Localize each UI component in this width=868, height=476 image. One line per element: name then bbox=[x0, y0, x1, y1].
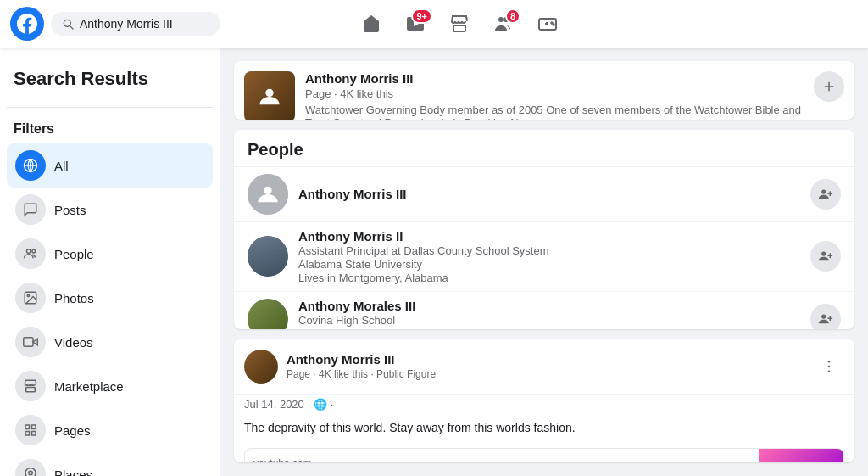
main-layout: Search Results Filters All Posts People bbox=[0, 48, 868, 476]
sidebar: Search Results Filters All Posts People bbox=[0, 48, 220, 476]
sidebar-item-all[interactable]: All bbox=[7, 143, 213, 188]
sidebar-item-label: Videos bbox=[54, 335, 93, 350]
sidebar-item-label: Photos bbox=[54, 291, 94, 305]
svg-point-41 bbox=[828, 365, 831, 367]
svg-point-9 bbox=[553, 24, 554, 25]
sidebar-item-marketplace[interactable]: Marketplace bbox=[7, 364, 213, 408]
person-avatar-2 bbox=[248, 236, 288, 277]
sidebar-item-videos[interactable]: Videos bbox=[7, 320, 213, 364]
post-name: Anthony Morris III bbox=[287, 352, 805, 367]
places-icon bbox=[15, 459, 46, 476]
pages-icon bbox=[15, 415, 46, 445]
page-avatar bbox=[244, 71, 295, 120]
top-nav: Anthony Morris III 9+ 8 bbox=[0, 0, 868, 48]
sidebar-item-label: All bbox=[54, 159, 69, 173]
person-name-1: Anthony Morris III bbox=[298, 187, 800, 201]
svg-marker-17 bbox=[33, 339, 37, 345]
svg-point-8 bbox=[551, 22, 553, 24]
svg-point-14 bbox=[32, 249, 36, 253]
video-nav-button[interactable]: 9+ bbox=[395, 5, 436, 42]
post-content: The depravity of this world. Stay away f… bbox=[234, 414, 854, 441]
page-info: Anthony Morris III Page · 4K like this W… bbox=[305, 71, 804, 120]
svg-point-30 bbox=[264, 187, 271, 194]
gaming-nav-button[interactable] bbox=[527, 5, 568, 42]
post-link-thumb-text: Why Don't MenWear High Heels bbox=[765, 458, 838, 462]
svg-point-20 bbox=[29, 471, 33, 475]
svg-point-3 bbox=[498, 17, 504, 22]
search-bar[interactable]: Anthony Morris III bbox=[51, 12, 220, 36]
sidebar-item-label: Pages bbox=[54, 423, 91, 438]
person-row: Anthony Morales III Covina High School L… bbox=[234, 291, 854, 329]
svg-point-42 bbox=[828, 370, 831, 372]
post-link-domain: youtube.com bbox=[253, 457, 750, 462]
sidebar-item-label: Marketplace bbox=[54, 379, 124, 394]
svg-rect-18 bbox=[24, 338, 33, 347]
marketplace-icon bbox=[15, 371, 46, 401]
post-link-preview[interactable]: youtube.com Why Don't Men Wear High Heel… bbox=[244, 448, 844, 462]
post-avatar bbox=[244, 350, 278, 384]
person-name-3: Anthony Morales III bbox=[298, 299, 800, 313]
person-detail-3b: Lives in Fontana, California bbox=[298, 328, 800, 329]
sidebar-item-people[interactable]: People bbox=[7, 232, 213, 276]
post-meta: Page · 4K like this · Public Figure bbox=[287, 368, 805, 380]
post-date: Jul 14, 2020 bbox=[244, 398, 304, 411]
page-result-card: Anthony Morris III Page · 4K like this W… bbox=[234, 61, 854, 120]
page-description: Watchtower Governing Body member as of 2… bbox=[305, 104, 804, 120]
all-icon bbox=[15, 150, 46, 181]
posts-icon bbox=[15, 194, 46, 225]
post-more-button[interactable] bbox=[814, 351, 844, 382]
person-info-3: Anthony Morales III Covina High School L… bbox=[298, 299, 800, 329]
svg-point-13 bbox=[27, 249, 31, 254]
post-card: Anthony Morris III Page · 4K like this ·… bbox=[234, 339, 854, 462]
page-type: Page · 4K like this bbox=[305, 87, 804, 100]
svg-point-37 bbox=[821, 315, 826, 319]
person-detail-2a: Assistant Principal at Dallas County Sch… bbox=[298, 244, 800, 257]
svg-point-34 bbox=[821, 252, 826, 256]
svg-point-16 bbox=[27, 294, 29, 296]
sidebar-item-label: Posts bbox=[54, 203, 86, 217]
page-name: Anthony Morris III bbox=[305, 71, 804, 86]
nav-left: Anthony Morris III bbox=[10, 7, 231, 41]
add-friend-button-2[interactable] bbox=[810, 241, 841, 272]
svg-rect-19 bbox=[26, 388, 36, 392]
svg-point-27 bbox=[265, 89, 273, 97]
add-page-button[interactable] bbox=[814, 71, 844, 102]
add-friend-button-1[interactable] bbox=[810, 179, 841, 210]
person-info-2: Anthony Morris II Assistant Principal at… bbox=[298, 229, 800, 284]
sidebar-divider bbox=[7, 107, 213, 108]
people-section-card: People Anthony Morris III bbox=[234, 130, 854, 329]
sidebar-item-photos[interactable]: Photos bbox=[7, 276, 213, 320]
svg-point-31 bbox=[821, 189, 826, 193]
post-link-thumbnail: Why Don't MenWear High Heels bbox=[759, 449, 843, 462]
svg-rect-2 bbox=[453, 25, 465, 31]
video-badge: 9+ bbox=[411, 8, 432, 24]
nav-center: 9+ 8 bbox=[231, 5, 688, 42]
post-link-text: youtube.com Why Don't Men Wear High Heel… bbox=[245, 449, 759, 462]
facebook-logo[interactable] bbox=[10, 7, 44, 41]
person-detail-2b: Alabama State University bbox=[298, 258, 800, 271]
people-section-title: People bbox=[234, 130, 854, 166]
person-detail-2c: Lives in Montgomery, Alabama bbox=[298, 272, 800, 284]
post-privacy-icon: · 🌐 · bbox=[308, 398, 333, 411]
person-row: Anthony Morris III bbox=[234, 166, 854, 221]
svg-point-40 bbox=[828, 361, 831, 363]
person-avatar-1 bbox=[248, 174, 288, 215]
videos-icon bbox=[15, 327, 46, 357]
friends-badge: 8 bbox=[505, 8, 520, 24]
search-input[interactable]: Anthony Morris III bbox=[80, 17, 198, 31]
home-nav-button[interactable] bbox=[351, 5, 392, 42]
person-row: Anthony Morris II Assistant Principal at… bbox=[234, 221, 854, 291]
marketplace-nav-button[interactable] bbox=[439, 5, 480, 42]
sidebar-item-pages[interactable]: Pages bbox=[7, 408, 213, 452]
add-friend-button-3[interactable] bbox=[810, 304, 841, 328]
sidebar-item-posts[interactable]: Posts bbox=[7, 188, 213, 232]
person-avatar-3 bbox=[248, 299, 288, 328]
post-date-line: Jul 14, 2020 · 🌐 · bbox=[234, 394, 854, 414]
sidebar-item-label: People bbox=[54, 247, 94, 261]
person-detail-3a: Covina High School bbox=[298, 314, 800, 327]
person-name-2: Anthony Morris II bbox=[298, 229, 800, 244]
sidebar-item-label: Places bbox=[54, 468, 92, 477]
friends-nav-button[interactable]: 8 bbox=[483, 5, 524, 42]
people-icon bbox=[15, 238, 46, 269]
sidebar-item-places[interactable]: Places bbox=[7, 452, 213, 476]
